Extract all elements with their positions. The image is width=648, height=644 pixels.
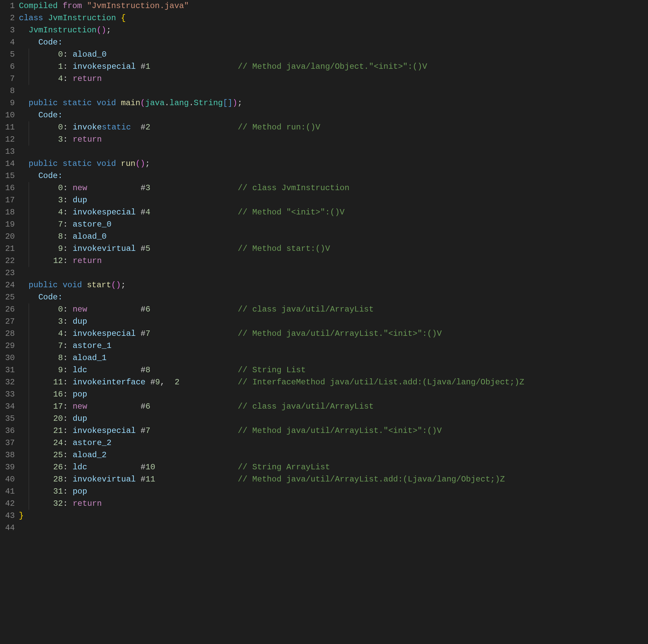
code-line[interactable]: 24: astore_2 [19, 437, 648, 449]
code-line[interactable]: 32: return [19, 498, 648, 510]
line-number: 9 [3, 97, 15, 109]
code-token: 24 [53, 438, 63, 447]
code-line[interactable]: Code: [19, 291, 648, 303]
code-line[interactable]: 3: dup [19, 194, 648, 206]
code-line[interactable]: 4: invokespecial #4 // Method "<init>":(… [19, 206, 648, 218]
code-token: 28 [53, 475, 63, 484]
indent-guide [29, 401, 34, 413]
code-line[interactable]: 0: invokestatic #2 // Method run:()V [19, 121, 648, 134]
code-line[interactable]: 0: new #3 // class JvmInstruction [19, 182, 648, 194]
line-number: 34 [3, 401, 15, 413]
code-line[interactable] [19, 522, 648, 534]
code-line[interactable]: 16: pop [19, 388, 648, 401]
code-token: new [72, 305, 87, 314]
code-line[interactable]: Code: [19, 109, 648, 121]
code-line[interactable]: 0: aload_0 [19, 49, 648, 61]
code-line[interactable]: 3: return [19, 134, 648, 146]
code-token [34, 365, 53, 375]
code-line[interactable]: class JvmInstruction { [19, 12, 648, 24]
code-line[interactable]: public static void run(); [19, 158, 648, 170]
line-number: 4 [3, 36, 15, 49]
code-line[interactable]: 7: astore_1 [19, 340, 648, 352]
code-token [34, 402, 53, 411]
code-line[interactable]: 8: aload_1 [19, 352, 648, 364]
code-token: aload_2 [72, 450, 107, 460]
code-token: invokespecial [72, 208, 136, 217]
code-line[interactable] [19, 267, 648, 279]
code-token: JvmInstruction [29, 26, 97, 35]
code-token: "JvmInstruction.java" [87, 1, 189, 10]
line-number: 13 [3, 146, 15, 158]
code-line[interactable]: 7: astore_0 [19, 218, 648, 231]
line-number: 35 [3, 413, 15, 425]
code-token [58, 281, 62, 290]
code-line[interactable]: 25: aload_2 [19, 449, 648, 461]
code-line[interactable]: 31: pop [19, 486, 648, 498]
code-line[interactable]: Compiled from "JvmInstruction.java" [19, 0, 648, 12]
code-token: run [121, 159, 135, 168]
code-token: void [63, 281, 82, 290]
code-line[interactable]: 17: new #6 // class java/util/ArrayList [19, 401, 648, 413]
line-number: 40 [3, 473, 15, 486]
code-token: 3 [146, 183, 150, 193]
code-line[interactable]: 20: dup [19, 413, 648, 425]
code-line[interactable]: 9: ldc #8 // String List [19, 364, 648, 376]
code-line[interactable]: 0: new #6 // class java/util/ArrayList [19, 303, 648, 316]
code-token: 12 [53, 256, 63, 265]
code-token: # [87, 402, 146, 411]
line-number: 31 [3, 364, 15, 376]
code-line[interactable] [19, 85, 648, 97]
code-token: 8 [53, 353, 63, 362]
code-line[interactable]: 12: return [19, 255, 648, 267]
indent-guide [29, 303, 34, 316]
code-token: pop [72, 390, 87, 399]
code-line[interactable]: Code: [19, 36, 648, 49]
code-line[interactable]: 28: invokevirtual #11 // Method java/uti… [19, 473, 648, 486]
code-token: from [63, 1, 82, 10]
code-token [58, 1, 62, 10]
code-line[interactable]: 1: invokespecial #1 // Method java/lang/… [19, 61, 648, 73]
code-token: 8 [53, 232, 63, 241]
code-token: : [63, 365, 73, 375]
code-token [34, 183, 53, 193]
code-line[interactable]: JvmInstruction(); [19, 24, 648, 36]
code-token: : [63, 74, 73, 83]
code-token: // String ArrayList [238, 463, 330, 472]
code-token: : [63, 135, 73, 144]
code-line[interactable]: 8: aload_0 [19, 231, 648, 243]
code-line[interactable]: Code: [19, 170, 648, 182]
code-line[interactable] [19, 146, 648, 158]
code-line[interactable]: 11: invokeinterface #9, 2 // InterfaceMe… [19, 376, 648, 388]
code-token [43, 13, 48, 23]
code-line[interactable]: public static void main(java.lang.String… [19, 97, 648, 109]
code-editor[interactable]: 1234567891011121314151617181920212223242… [0, 0, 648, 534]
line-number: 37 [3, 437, 15, 449]
code-token: : [63, 50, 73, 59]
code-token: : [63, 341, 73, 350]
code-token: astore_1 [72, 341, 111, 350]
code-line[interactable]: 3: dup [19, 316, 648, 328]
code-area[interactable]: Compiled from "JvmInstruction.java"class… [19, 0, 648, 534]
code-token: 11 [146, 475, 155, 484]
line-number: 8 [3, 85, 15, 97]
code-token: void [96, 98, 116, 108]
code-token [34, 74, 53, 83]
code-line[interactable]: } [19, 510, 648, 522]
indent-guide [29, 316, 34, 328]
code-token [34, 196, 53, 205]
code-token: # [131, 123, 145, 132]
code-token: } [19, 511, 24, 520]
code-token: static [102, 123, 131, 132]
code-token: : [63, 183, 73, 193]
line-number: 11 [3, 121, 15, 134]
code-token [92, 159, 96, 168]
line-number-gutter: 1234567891011121314151617181920212223242… [0, 0, 19, 534]
code-line[interactable]: 9: invokevirtual #5 // Method start:()V [19, 243, 648, 255]
indent-guide [29, 121, 34, 134]
code-line[interactable]: 4: return [19, 73, 648, 85]
code-token: : [63, 402, 73, 411]
code-line[interactable]: 4: invokespecial #7 // Method java/util/… [19, 328, 648, 340]
code-line[interactable]: public void start(); [19, 279, 648, 291]
code-line[interactable]: 21: invokespecial #7 // Method java/util… [19, 425, 648, 437]
code-line[interactable]: 26: ldc #10 // String ArrayList [19, 461, 648, 473]
